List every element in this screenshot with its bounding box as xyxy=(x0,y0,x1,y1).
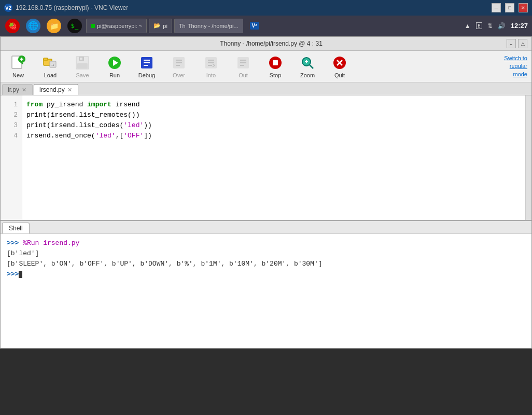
zoom-label: Zoom xyxy=(300,72,315,78)
svg-text:→: → xyxy=(51,62,54,67)
stop-button[interactable]: Stop xyxy=(260,52,291,81)
into-icon xyxy=(203,54,219,71)
into-label: Into xyxy=(206,72,216,78)
over-icon xyxy=(171,54,187,71)
new-button[interactable]: New xyxy=(3,52,34,81)
svg-rect-6 xyxy=(44,58,48,60)
terminal-icon: $_ xyxy=(67,19,82,33)
stop-label: Stop xyxy=(270,72,282,78)
line-num-4: 4 xyxy=(1,131,22,141)
zoom-button[interactable]: Zoom xyxy=(292,52,323,81)
vnc-taskbar-icon: V² xyxy=(250,22,259,30)
shell-content[interactable]: >>> %Run irsend.py [b'led'] [b'SLEEP', b… xyxy=(1,234,531,348)
shell-prompt-2: >>> xyxy=(7,270,19,278)
svg-rect-11 xyxy=(77,63,88,68)
thonny-window-controls: ⌄ △ xyxy=(507,39,527,48)
thonny-collapse-button[interactable]: ⌄ xyxy=(507,39,516,48)
taskbar-browser-icon[interactable]: 🌐 xyxy=(24,17,43,35)
svg-rect-32 xyxy=(273,60,278,65)
taskbar-folder-icon[interactable]: 📁 xyxy=(45,17,63,35)
run-label: Run xyxy=(109,72,120,78)
title-bar: V2 192.168.0.75 (raspberrypi) - VNC View… xyxy=(0,0,532,16)
save-label: Save xyxy=(76,72,89,78)
debug-button[interactable]: Debug xyxy=(131,52,162,81)
load-label: Load xyxy=(44,72,57,78)
shell-cmd-1: %Run irsend.py xyxy=(19,239,79,247)
out-icon xyxy=(235,54,251,71)
run-button[interactable]: Run xyxy=(99,52,130,81)
tab-irsend-py[interactable]: irsend.py ✕ xyxy=(34,84,78,95)
code-line-4: irsend.send_once('led',['OFF']) xyxy=(26,131,521,141)
taskbar-terminal-icon[interactable]: $_ xyxy=(65,17,84,35)
thonny-app-icon: Th xyxy=(179,23,186,29)
shell-tab[interactable]: Shell xyxy=(2,223,30,233)
folder-app-label: pi xyxy=(163,23,167,29)
taskbar-raspberrypi-icon[interactable]: 🍓 xyxy=(3,17,22,35)
stop-icon xyxy=(267,54,284,71)
folder-app-icon: 📂 xyxy=(153,22,161,29)
over-button[interactable]: Over xyxy=(163,52,194,81)
close-button[interactable]: ✕ xyxy=(519,3,528,12)
taskbar-folder-app[interactable]: 📂 pi xyxy=(149,19,172,33)
thonny-title-text: Thonny - /home/pi/irsend.py @ 4 : 31 xyxy=(36,40,507,47)
folder-icon: 📁 xyxy=(47,19,61,33)
globe-icon: 🌐 xyxy=(26,19,40,33)
terminal-app-label: pi@raspberrypi: ~ xyxy=(97,23,142,29)
taskbar-terminal-app[interactable]: pi@raspberrypi: ~ xyxy=(86,19,147,33)
bluetooth-icon: 🄱 xyxy=(475,22,483,30)
shell-output-2: [b'SLEEP', b'ON', b'OFF', b'UP', b'DOWN'… xyxy=(7,259,525,269)
new-label: New xyxy=(12,72,24,78)
tab-ir-py-close[interactable]: ✕ xyxy=(21,87,27,93)
maximize-button[interactable]: □ xyxy=(505,3,514,12)
window-controls: ─ □ ✕ xyxy=(492,3,528,12)
out-button[interactable]: Out xyxy=(228,52,259,81)
tab-ir-py[interactable]: ir.py ✕ xyxy=(2,84,33,95)
save-icon xyxy=(74,54,91,71)
code-line-2: print(irsend.list_remotes()) xyxy=(26,110,521,120)
window-title: 192.168.0.75 (raspberrypi) - VNC Viewer xyxy=(16,4,128,11)
thonny-expand-button[interactable]: △ xyxy=(518,39,527,48)
shell-tab-bar: Shell xyxy=(1,221,531,234)
taskbar: 🍓 🌐 📁 $_ pi@raspberrypi: ~ 📂 pi Th Thonn… xyxy=(0,16,532,36)
load-button[interactable]: → Load xyxy=(35,52,66,81)
shell-output-1: [b'led'] xyxy=(7,248,525,259)
zoom-icon xyxy=(299,54,316,71)
taskbar-right: ▲ 🄱 ⇅ 🔊 12:27 xyxy=(464,22,529,30)
switch-mode-link[interactable]: Switch toregularmode xyxy=(502,52,529,80)
shell-prompt-1: >>> xyxy=(7,239,19,247)
quit-button[interactable]: Quit xyxy=(324,52,355,81)
shell-tab-label: Shell xyxy=(9,225,23,232)
code-editor[interactable]: 1 2 3 4 from py_irsend import irsend pri… xyxy=(1,95,531,220)
save-button[interactable]: Save xyxy=(67,52,98,81)
line-num-3: 3 xyxy=(1,120,22,131)
volume-icon: 🔊 xyxy=(497,22,507,30)
raspberry-logo: 🍓 xyxy=(5,19,20,33)
quit-icon xyxy=(331,54,348,71)
shell-line-1: >>> %Run irsend.py xyxy=(7,238,525,248)
debug-icon xyxy=(138,54,155,71)
editor-scrollbar[interactable] xyxy=(525,95,531,220)
minimize-button[interactable]: ─ xyxy=(492,3,501,12)
code-content[interactable]: from py_irsend import irsend print(irsen… xyxy=(22,95,525,220)
into-button[interactable]: Into xyxy=(195,52,227,81)
shell-line-2: >>> xyxy=(7,269,525,280)
line-num-2: 2 xyxy=(1,110,22,120)
taskbar-vnc-icon[interactable]: V² xyxy=(245,17,264,35)
app-dot xyxy=(91,24,95,28)
tab-irsend-py-label: irsend.py xyxy=(39,86,65,93)
quit-label: Quit xyxy=(334,72,345,78)
title-bar-left: V2 192.168.0.75 (raspberrypi) - VNC View… xyxy=(4,4,128,12)
over-label: Over xyxy=(173,72,185,78)
debug-label: Debug xyxy=(138,72,155,78)
code-line-3: print(irsend.list_codes('led')) xyxy=(26,120,521,131)
taskbar-thonny-app[interactable]: Th Thonny - /home/pi... xyxy=(174,19,243,33)
out-label: Out xyxy=(239,72,248,78)
tab-irsend-py-close[interactable]: ✕ xyxy=(67,87,73,93)
shell-cursor xyxy=(19,271,22,278)
shell-section: Shell >>> %Run irsend.py [b'led'] [b'SLE… xyxy=(1,220,531,348)
thonny-window: Thonny - /home/pi/irsend.py @ 4 : 31 ⌄ △… xyxy=(0,36,532,349)
tab-bar: ir.py ✕ irsend.py ✕ xyxy=(1,82,531,95)
new-icon xyxy=(10,54,26,71)
line-num-1: 1 xyxy=(1,100,22,110)
network-icon: ⇅ xyxy=(486,22,494,30)
